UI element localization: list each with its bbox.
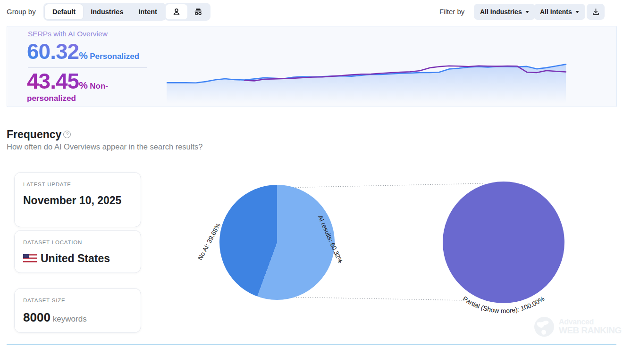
card-label: DATASET SIZE [23, 298, 132, 303]
group-by-label: Group by [7, 8, 36, 16]
filter-intents-label: All Intents [540, 8, 572, 16]
tab-intent[interactable]: Intent [131, 4, 164, 19]
size-number: 8000 [23, 310, 51, 324]
banner-divider [28, 67, 147, 68]
personalized-label: Personalized [90, 52, 139, 61]
watermark-line2: WEB RANKING [559, 325, 622, 336]
dataset-size-card: DATASET SIZE 8000keywords [14, 288, 141, 333]
personalized-area-fill [167, 64, 566, 103]
chevron-down-icon [575, 11, 579, 13]
frequency-pie-chart[interactable] [219, 185, 335, 300]
percent-sign: % [79, 50, 88, 61]
location-text: United States [41, 252, 110, 265]
help-icon[interactable]: ? [63, 131, 71, 138]
frequency-subtitle: How often do AI Overviews appear in the … [7, 142, 202, 151]
globe-icon [533, 316, 555, 338]
card-label: DATASET LOCATION [23, 240, 132, 245]
banner-title: SERPs with AI Overview [28, 30, 108, 38]
us-flag-icon [23, 254, 37, 263]
size-suffix: keywords [53, 314, 87, 323]
latest-update-value: November 10, 2025 [23, 193, 132, 208]
watermark-text: Advanced WEB RANKING [559, 318, 622, 336]
trend-line-chart [167, 56, 572, 106]
ai-results-breakdown-pie[interactable] [443, 182, 564, 303]
serps-ai-overview-banner: SERPs with AI Overview 60.32% Personaliz… [7, 26, 617, 107]
awr-watermark: Advanced WEB RANKING [533, 316, 622, 338]
incognito-icon[interactable] [187, 4, 209, 19]
dataset-location-card: DATASET LOCATION United States [14, 230, 141, 273]
chevron-down-icon [525, 11, 529, 13]
percent-sign: % [79, 80, 88, 91]
filter-by-label: Filter by [439, 8, 464, 16]
tab-default[interactable]: Default [45, 4, 83, 19]
card-label: LATEST UPDATE [23, 182, 132, 187]
section-divider [7, 344, 616, 345]
filter-industries-dropdown[interactable]: All Industries [474, 4, 535, 20]
non-personalized-value: 43.45 [27, 69, 79, 93]
personalization-toggle [164, 3, 210, 21]
non-personalized-stat: 43.45% Non-personalized [27, 69, 150, 103]
dataset-location-value: United States [23, 251, 132, 266]
filter-intents-dropdown[interactable]: All Intents [534, 4, 585, 20]
filter-industries-label: All Industries [480, 8, 522, 16]
frequency-section-title: Frequency? [7, 128, 71, 141]
latest-update-card: LATEST UPDATE November 10, 2025 [14, 172, 141, 227]
download-icon [591, 8, 600, 17]
person-icon[interactable] [166, 4, 187, 19]
dataset-size-value: 8000keywords [23, 309, 132, 326]
frequency-title-text: Frequency [7, 128, 61, 141]
group-by-tabs: Default Industries Intent [43, 3, 166, 21]
pie-slice-label-no-ai: No AI: 39.68% [196, 222, 222, 261]
ai-overview-dashboard: Group by Default Industries Intent Filte… [0, 0, 623, 364]
personalized-stat: 60.32% Personalized [27, 39, 139, 64]
personalized-value: 60.32 [27, 39, 79, 64]
tab-industries[interactable]: Industries [83, 4, 131, 19]
download-button[interactable] [587, 4, 605, 20]
